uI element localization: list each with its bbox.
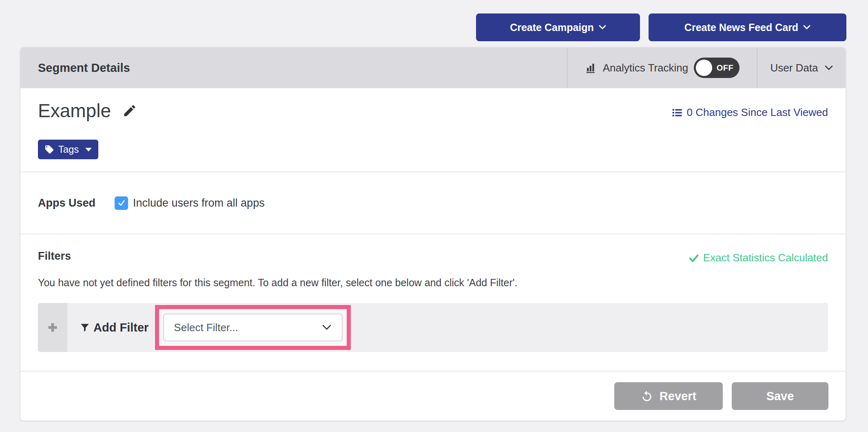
- segment-details-card: Segment Details Analytics Tracking OFF U…: [20, 47, 846, 421]
- chevron-down-icon: [599, 25, 606, 30]
- add-filter-label: Add Filter: [93, 321, 148, 334]
- check-icon: [117, 198, 126, 207]
- include-all-apps-checkbox[interactable]: [115, 196, 128, 210]
- tags-button-label: Tags: [58, 144, 79, 155]
- chevron-down-icon: [803, 25, 810, 30]
- create-campaign-button[interactable]: Create Campaign: [476, 13, 640, 41]
- segment-title-section: Example 0 Changes Since Last Viewed: [20, 88, 846, 171]
- changes-link-label: 0 Changes Since Last Viewed: [687, 106, 828, 119]
- tags-button[interactable]: Tags: [38, 140, 98, 159]
- filter-select-highlight: Select Filter...: [155, 305, 351, 350]
- save-button-label: Save: [766, 390, 794, 403]
- revert-button-label: Revert: [660, 390, 696, 403]
- add-filter-row: Add Filter Select Filter...: [38, 303, 828, 352]
- create-news-feed-card-button[interactable]: Create News Feed Card: [649, 13, 846, 41]
- filters-heading: Filters: [38, 250, 71, 263]
- plus-icon: [47, 322, 58, 333]
- add-row-plus-button[interactable]: [38, 303, 67, 352]
- exact-statistics-label: Exact Statistics Calculated: [703, 252, 828, 264]
- user-data-label: User Data: [770, 62, 818, 74]
- filter-select-dropdown[interactable]: Select Filter...: [163, 314, 343, 341]
- edit-pencil-icon[interactable]: [122, 103, 137, 118]
- revert-button[interactable]: Revert: [614, 382, 723, 410]
- segment-name-row: Example: [38, 100, 137, 122]
- page-title: Segment Details: [20, 47, 567, 88]
- revert-icon: [641, 390, 653, 402]
- filter-select-placeholder: Select Filter...: [174, 321, 238, 334]
- bar-chart-icon: [585, 62, 597, 74]
- analytics-tracking-label: Analytics Tracking: [603, 62, 689, 74]
- include-all-apps-label: Include users from all apps: [133, 197, 265, 209]
- apps-used-section: Apps Used Include users from all apps: [20, 171, 846, 234]
- analytics-tracking-toggle[interactable]: OFF: [694, 58, 740, 78]
- card-footer: Revert Save: [20, 371, 846, 421]
- chevron-down-icon: [825, 65, 833, 71]
- changes-since-last-viewed-link[interactable]: 0 Changes Since Last Viewed: [671, 106, 828, 119]
- create-news-feed-card-label: Create News Feed Card: [684, 22, 798, 33]
- add-filter-button[interactable]: Add Filter: [80, 321, 148, 334]
- create-campaign-label: Create Campaign: [510, 22, 594, 33]
- tag-icon: [44, 145, 54, 154]
- filters-empty-state-text: You have not yet defined filters for thi…: [38, 277, 518, 289]
- user-data-dropdown[interactable]: User Data: [757, 47, 846, 88]
- card-header: Segment Details Analytics Tracking OFF U…: [20, 47, 846, 88]
- chevron-down-icon: [322, 325, 331, 330]
- toggle-knob: [696, 60, 712, 76]
- analytics-tracking-control: Analytics Tracking OFF: [567, 47, 757, 88]
- caret-down-icon: [85, 148, 92, 151]
- save-button[interactable]: Save: [732, 382, 828, 410]
- top-actions: Create Campaign Create News Feed Card: [476, 13, 846, 41]
- toggle-state-label: OFF: [717, 58, 734, 78]
- funnel-icon: [80, 322, 90, 333]
- checkmark-icon: [689, 253, 699, 263]
- filters-section: Filters Exact Statistics Calculated You …: [20, 234, 846, 371]
- list-icon: [671, 107, 683, 118]
- apps-used-label: Apps Used: [38, 197, 115, 209]
- segment-name: Example: [38, 100, 111, 122]
- exact-statistics-status: Exact Statistics Calculated: [689, 252, 828, 264]
